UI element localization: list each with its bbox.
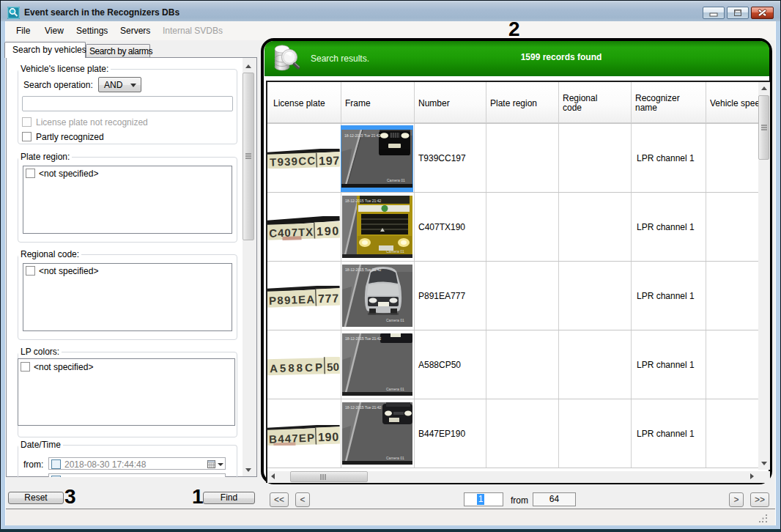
- svg-text:Camera 01: Camera 01: [386, 318, 404, 322]
- svg-text:190: 190: [318, 430, 339, 443]
- svg-text:18-12-2015 Tue 21:42: 18-12-2015 Tue 21:42: [345, 405, 381, 410]
- svg-text:A588CP: A588CP: [270, 361, 322, 374]
- svg-text:197: 197: [319, 154, 340, 167]
- svg-text:18-12-2015 Tue 21:42: 18-12-2015 Tue 21:42: [345, 267, 381, 272]
- svg-text:B447EP: B447EP: [269, 432, 315, 446]
- svg-text:P891EA: P891EA: [269, 293, 315, 307]
- svg-text:Camera 01: Camera 01: [386, 249, 404, 254]
- svg-text:50: 50: [327, 361, 339, 373]
- svg-text:190: 190: [317, 224, 339, 237]
- svg-text:18-12-2015 Tue 21:42: 18-12-2015 Tue 21:42: [345, 199, 381, 203]
- svg-text:Camera 01: Camera 01: [387, 178, 405, 182]
- svg-text:Camera 01: Camera 01: [386, 456, 404, 460]
- svg-text:777: 777: [318, 292, 339, 305]
- svg-text:Camera 01: Camera 01: [386, 387, 404, 391]
- svg-text:18-12-2015 Tue 21:42: 18-12-2015 Tue 21:42: [345, 336, 381, 341]
- svg-text:C407TX: C407TX: [269, 226, 314, 240]
- svg-text:18-12-2015 Tue 21:42: 18-12-2015 Tue 21:42: [344, 133, 380, 138]
